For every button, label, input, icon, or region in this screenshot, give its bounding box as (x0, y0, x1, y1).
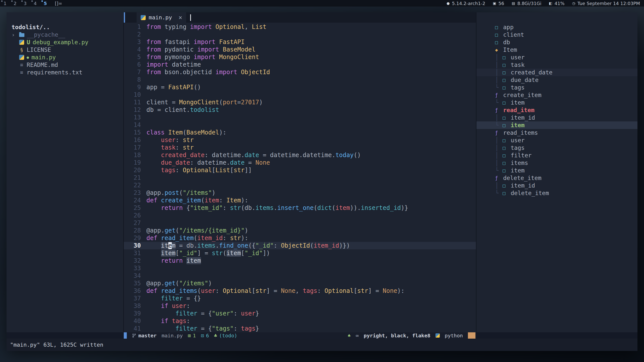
symbol-label: due_date (511, 77, 539, 83)
code-line-26[interactable]: 26 (124, 212, 476, 219)
code-line-6[interactable]: 6import datetime (124, 61, 476, 68)
filetree-item-requirements.txt[interactable]: ≡requirements.txt (7, 69, 123, 76)
outline-item-items[interactable]: │□items (476, 159, 637, 167)
code-line-20[interactable]: 20 tags: Optional[List[str]] (124, 166, 476, 174)
outline-item-user[interactable]: │□user (476, 54, 637, 61)
code-line-1[interactable]: 1from typing import Optional, List (124, 23, 476, 31)
code-line-27[interactable]: 27 (124, 219, 476, 227)
code-line-4[interactable]: 4from pydantic import BaseModel (124, 46, 476, 53)
token: = { (197, 325, 212, 332)
code-line-23[interactable]: 23@app.post("/items") (124, 189, 476, 197)
clock-text: Tue September 14 12:03PM (577, 1, 640, 6)
code-line-25[interactable]: 25 return {"item_id": str(db.items.inser… (124, 204, 476, 212)
outline-item-filter[interactable]: │□filter (476, 152, 637, 159)
code-line-31[interactable]: 31 item["_id"] = str(item["_id"]) (124, 249, 476, 257)
code-text: from pydantic import BaseModel (146, 46, 256, 53)
token: "tags" (212, 325, 234, 332)
outline-item-read_items[interactable]: ƒread_items (476, 129, 637, 137)
code-line-39[interactable]: 39 filter = {"user": user} (124, 310, 476, 317)
code-line-36[interactable]: 36def read_items(user: Optional[str] = N… (124, 287, 476, 295)
code-line-18[interactable]: 18 created_date: datetime.date = datetim… (124, 151, 476, 159)
code-line-15[interactable]: 15class Item(BaseModel): (124, 129, 476, 136)
outline-item-created_date[interactable]: │□created_date (476, 69, 637, 76)
outline-item-item[interactable]: └□item (476, 167, 637, 174)
filetree-root[interactable]: todolist/.. (7, 23, 123, 31)
code-line-33[interactable]: 33 (124, 264, 476, 272)
token: [ (241, 250, 245, 257)
packages-icon: ▣ (493, 1, 496, 5)
code-line-8[interactable]: 8 (124, 76, 476, 83)
workspace-4[interactable]: 4 (30, 0, 40, 7)
outline-item-read_item[interactable]: ƒread_item (476, 106, 637, 114)
outline-item-app[interactable]: □app (476, 23, 637, 31)
code-line-32[interactable]: 32 return item (124, 257, 476, 264)
outline-item-item_id[interactable]: │□item_id (476, 114, 637, 121)
code-line-14[interactable]: 14 (124, 121, 476, 129)
outline-item-delete_item[interactable]: └□delete_item (476, 189, 637, 197)
outline-item-tags[interactable]: └□tags (476, 84, 637, 91)
token: @app (146, 227, 161, 234)
code-text: filter = {"user": user} (146, 310, 259, 317)
token: . (241, 152, 245, 159)
code-line-11[interactable]: 11client = MongoClient(port=27017) (124, 99, 476, 106)
workspace-1[interactable]: 1 (0, 0, 10, 7)
token (146, 152, 161, 159)
code-line-30[interactable]: 30 item = db.items.find_one({"_id": Obje… (124, 242, 476, 249)
token: None (383, 287, 397, 294)
code-line-38[interactable]: 38 if user: (124, 302, 476, 310)
filetree-item-main.py[interactable]: ●main.py (7, 54, 123, 61)
token: client (146, 99, 168, 106)
outline-item-item[interactable]: └□item (476, 121, 637, 129)
outline-item-item_id[interactable]: │□item_id (476, 182, 637, 189)
filetree-item-LICENSE[interactable]: §LICENSE (7, 46, 123, 54)
code-line-5[interactable]: 5from pymongo import MongoClient (124, 53, 476, 61)
code-line-24[interactable]: 24def create_item(item: Item): (124, 197, 476, 204)
filetree-item-README.md[interactable]: ≡README.md (7, 61, 123, 69)
code-line-12[interactable]: 12db = client.todolist (124, 106, 476, 114)
symbol-label: filter (511, 152, 532, 159)
token: str (212, 250, 223, 257)
workspace-5[interactable]: 5 (40, 0, 50, 7)
filetree-item-debug_example.py[interactable]: Udebug_example.py (7, 38, 123, 46)
outline-item-db[interactable]: □db (476, 38, 637, 46)
code-line-35[interactable]: 35@app.get("/items") (124, 280, 476, 287)
outline-item-due_date[interactable]: │□due_date (476, 76, 637, 84)
token: ) (245, 227, 248, 234)
code-line-29[interactable]: 29def read_item(item_id: str): (124, 234, 476, 242)
code-line-21[interactable]: 21 (124, 174, 476, 182)
outline-item-client[interactable]: □client (476, 31, 637, 38)
token: task (161, 144, 176, 151)
code-line-41[interactable]: 41 filter = {"tags": tags} (124, 325, 476, 332)
workspace-3[interactable]: 3 (20, 0, 30, 7)
tab-main-py[interactable]: main.py × (137, 12, 186, 23)
token: str (256, 287, 266, 294)
code-line-40[interactable]: 40 if tags: (124, 317, 476, 325)
code-line-28[interactable]: 28@app.get("/items/{item_id}") (124, 227, 476, 234)
code-text: def create_item(item: Item): (146, 197, 248, 204)
outline-item-tags[interactable]: │□tags (476, 144, 637, 152)
outline-item-Item[interactable]: ◆Item (476, 46, 637, 54)
code-line-2[interactable]: 2 (124, 31, 476, 38)
code-line-13[interactable]: 13 (124, 114, 476, 121)
workspace-2[interactable]: 2 (10, 0, 20, 7)
code-line-22[interactable]: 22 (124, 182, 476, 189)
code-line-19[interactable]: 19 due_date: datetime.date = None (124, 159, 476, 166)
code-line-34[interactable]: 34 (124, 272, 476, 280)
close-icon[interactable]: × (179, 14, 182, 21)
code-line-37[interactable]: 37 filter = {} (124, 295, 476, 302)
variable-icon: □ (503, 190, 511, 196)
layout-indicator[interactable]: []= (55, 1, 62, 6)
outline-item-create_item[interactable]: ƒcreate_item (476, 91, 637, 99)
code-line-3[interactable]: 3from fastapi import FastAPI (124, 38, 476, 46)
code-line-9[interactable]: 9app = FastAPI() (124, 83, 476, 91)
code-line-7[interactable]: 7from bson.objectid import ObjectId (124, 68, 476, 76)
code-line-10[interactable]: 10 (124, 91, 476, 99)
outline-item-user[interactable]: │□user (476, 137, 637, 144)
outline-item-task[interactable]: │□task (476, 61, 637, 69)
outline-item-delete_item[interactable]: ƒdelete_item (476, 174, 637, 182)
code-line-17[interactable]: 17 task: str (124, 144, 476, 151)
code-line-16[interactable]: 16 user: str (124, 136, 476, 144)
outline-item-item[interactable]: └□item (476, 99, 637, 106)
filetree-item-__pycache__[interactable]: ›__pycache__ (7, 31, 123, 38)
code-text: db = client.todolist (146, 106, 219, 114)
